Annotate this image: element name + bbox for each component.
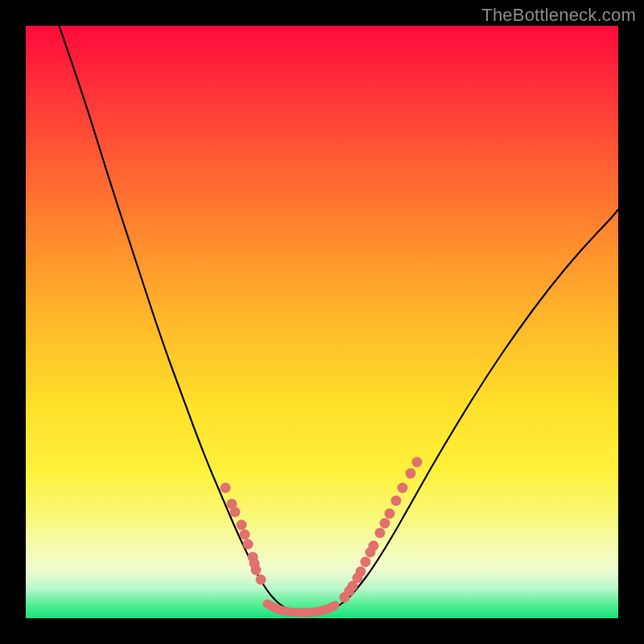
- data-point: [251, 565, 262, 576]
- right-branch-points: [340, 457, 423, 603]
- data-point: [256, 575, 266, 585]
- data-point: [243, 539, 254, 550]
- bottleneck-curve: [56, 26, 618, 613]
- data-point: [221, 483, 231, 493]
- data-point: [369, 541, 379, 551]
- data-point: [361, 557, 371, 568]
- data-point: [356, 567, 366, 577]
- data-point: [230, 507, 241, 518]
- data-point: [398, 483, 408, 493]
- outer-frame: TheBottleneck.com: [0, 0, 644, 644]
- left-branch-points: [221, 483, 266, 585]
- data-point: [237, 520, 247, 530]
- plot-area: [26, 26, 618, 618]
- curve-svg: [26, 26, 618, 618]
- data-point: [375, 528, 386, 539]
- data-point: [380, 518, 390, 529]
- data-point: [385, 509, 395, 519]
- curve-floor-overlay: [267, 604, 335, 613]
- data-point: [412, 457, 423, 468]
- data-point: [391, 496, 402, 506]
- watermark-text: TheBottleneck.com: [481, 5, 636, 26]
- data-point: [406, 469, 416, 479]
- data-point: [240, 530, 250, 540]
